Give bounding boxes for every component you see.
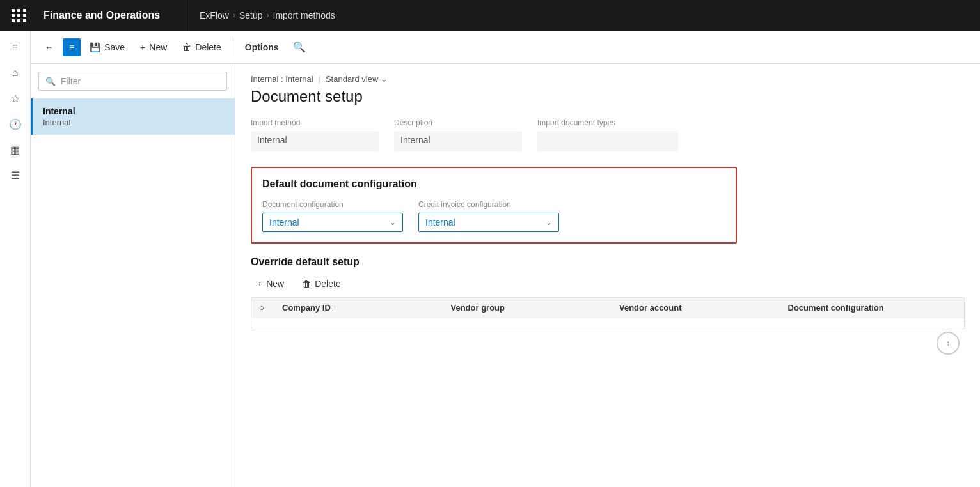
sort-icon: ↑ (333, 304, 336, 311)
menu-icon: ≡ (69, 42, 74, 52)
import-doc-types-value (537, 131, 678, 151)
back-button[interactable]: ← (38, 38, 60, 56)
table-col-doc-config[interactable]: Document configuration (788, 303, 957, 313)
override-trash-icon: 🗑 (302, 279, 311, 289)
nav-favorites[interactable]: ☆ (4, 87, 27, 110)
credit-invoice-value: Internal (425, 217, 455, 228)
detail-panel: Internal : Internal | Standard view ⌄ Do… (235, 64, 980, 487)
override-table: ○ Company ID ↑ Vendor group Vendor accou… (251, 297, 965, 329)
delete-button[interactable]: 🗑 Delete (176, 38, 227, 56)
toolbar: ← ≡ 💾 Save + New 🗑 Delete Options 🔍 (31, 31, 980, 64)
override-title: Override default setup (251, 256, 965, 268)
doc-config-group: Document configuration Internal ⌄ (262, 200, 403, 232)
save-button[interactable]: 💾 Save (83, 38, 131, 56)
description-label: Description (394, 118, 522, 127)
breadcrumb-pipe: | (319, 74, 320, 84)
list-item[interactable]: Internal Internal (31, 98, 235, 135)
scroll-indicator[interactable]: ↕ (937, 332, 960, 355)
credit-invoice-dropdown[interactable]: Internal ⌄ (418, 213, 559, 232)
table-col-vendor-group[interactable]: Vendor group (451, 303, 620, 313)
table-col-company-id[interactable]: Company ID ↑ (282, 303, 451, 313)
nav-recent[interactable]: 🕐 (4, 112, 27, 135)
import-method-value: Internal (251, 131, 379, 151)
breadcrumb-item1[interactable]: ExFlow (200, 10, 229, 20)
default-config-title: Default document configuration (262, 178, 725, 190)
filter-input-wrapper[interactable]: 🔍 (38, 72, 227, 91)
topbar: Finance and Operations ExFlow › Setup › … (0, 0, 980, 31)
toolbar-separator (233, 38, 233, 56)
chevron-down-icon: ⌄ (381, 74, 388, 84)
plus-icon: + (140, 42, 145, 52)
import-method-label: Import method (251, 118, 379, 127)
nav-home[interactable]: ⌂ (4, 61, 27, 84)
import-method-field: Import method Internal (251, 118, 379, 151)
breadcrumb-item2[interactable]: Setup (239, 10, 263, 20)
doc-config-dropdown[interactable]: Internal ⌄ (262, 213, 403, 232)
dropdowns-row: Document configuration Internal ⌄ Credit… (262, 200, 725, 232)
content-area: 🔍 Internal Internal Internal : Internal … (31, 64, 980, 487)
override-toolbar: + New 🗑 Delete (251, 275, 965, 292)
search-icon[interactable]: 🔍 (293, 41, 306, 53)
nav-hamburger[interactable]: ≡ (4, 36, 27, 59)
list-item-title: Internal (43, 106, 225, 116)
description-value: Internal (394, 131, 522, 151)
options-button[interactable]: Options (239, 38, 285, 56)
detail-breadcrumb-left: Internal : Internal (251, 74, 313, 84)
override-delete-button[interactable]: 🗑 Delete (296, 275, 347, 292)
main-area: ← ≡ 💾 Save + New 🗑 Delete Options 🔍 (31, 31, 980, 487)
back-icon: ← (45, 42, 54, 52)
table-col-radio: ○ (259, 303, 282, 313)
import-doc-types-field: Import document types (537, 118, 678, 151)
override-new-button[interactable]: + New (251, 275, 290, 292)
fields-row: Import method Internal Description Inter… (251, 118, 965, 151)
override-plus-icon: + (257, 279, 262, 289)
save-icon: 💾 (90, 42, 100, 52)
radio-icon: ○ (259, 303, 264, 313)
import-doc-types-label: Import document types (537, 118, 678, 127)
credit-invoice-chevron: ⌄ (546, 218, 552, 227)
table-empty-row (251, 318, 964, 329)
nav-modules[interactable]: ☰ (4, 164, 27, 187)
breadcrumb: ExFlow › Setup › Import methods (189, 10, 335, 20)
doc-config-label: Document configuration (262, 200, 403, 209)
table-col-vendor-account[interactable]: Vendor account (619, 303, 788, 313)
nav-workspaces[interactable]: ▦ (4, 138, 27, 161)
list-panel: 🔍 Internal Internal (31, 64, 235, 487)
page-title: Document setup (251, 88, 965, 105)
list-item-subtitle: Internal (43, 118, 225, 127)
default-config-section: Default document configuration Document … (251, 167, 737, 244)
filter-search-icon: 🔍 (45, 77, 56, 86)
trash-icon: 🗑 (182, 42, 191, 52)
description-field: Description Internal (394, 118, 522, 151)
scroll-hint: ↕ (251, 329, 965, 357)
app-title: Finance and Operations (36, 0, 189, 31)
table-header: ○ Company ID ↑ Vendor group Vendor accou… (251, 298, 964, 318)
doc-config-value: Internal (269, 217, 299, 228)
breadcrumb-chevron2: › (267, 11, 269, 20)
filter-input[interactable] (61, 76, 220, 86)
breadcrumb-chevron1: › (233, 11, 235, 20)
menu-button[interactable]: ≡ (63, 38, 81, 56)
credit-invoice-label: Credit invoice configuration (418, 200, 559, 209)
app-grid-icon[interactable] (8, 0, 31, 31)
new-button[interactable]: + New (134, 38, 173, 56)
doc-config-chevron: ⌄ (390, 218, 396, 227)
credit-invoice-group: Credit invoice configuration Internal ⌄ (418, 200, 559, 232)
standard-view-button[interactable]: Standard view ⌄ (326, 74, 388, 84)
left-nav: ≡ ⌂ ☆ 🕐 ▦ ☰ (0, 31, 31, 487)
override-section: Override default setup + New 🗑 Delete (251, 256, 965, 357)
breadcrumb-item3[interactable]: Import methods (273, 10, 335, 20)
detail-breadcrumb: Internal : Internal | Standard view ⌄ (251, 74, 965, 84)
